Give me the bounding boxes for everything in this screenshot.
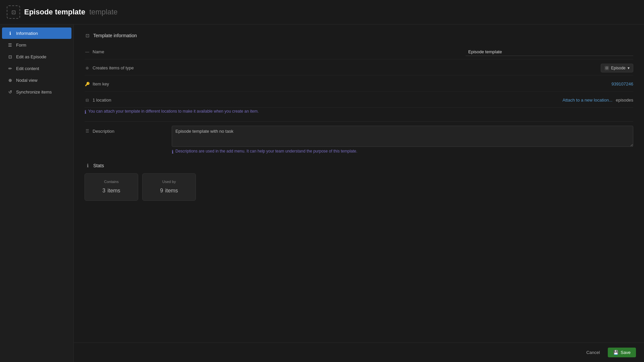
cancel-button[interactable]: Cancel — [582, 348, 604, 357]
sidebar-item-form[interactable]: ☰ Form — [2, 39, 71, 51]
page-subtitle: template — [89, 8, 117, 16]
contains-label: Contains — [93, 180, 130, 184]
sidebar-item-label: Nodal view — [16, 78, 38, 83]
name-input[interactable] — [466, 48, 633, 56]
episodes-badge: episodes — [616, 98, 633, 103]
divider — [85, 121, 633, 122]
name-row: — Name — [85, 45, 633, 59]
name-label: — Name — [85, 47, 172, 57]
save-label: Save — [621, 350, 631, 355]
creates-items-label: ⊕ Creates items of type — [85, 63, 172, 73]
used-by-label: Used by — [151, 180, 187, 184]
sidebar-item-label: Form — [16, 43, 26, 48]
nodal-view-icon: ⊕ — [7, 77, 13, 83]
stats-section-header: ℹ Stats — [85, 163, 633, 169]
description-info-text: Descriptions are used in the add menu. I… — [175, 149, 357, 154]
edit-content-icon: ✏ — [7, 66, 13, 71]
item-key-icon: 🔑 — [85, 81, 90, 87]
item-key-row: 🔑 Item key 939107246 — [85, 77, 633, 92]
sidebar-item-label: Edit content — [16, 66, 39, 71]
name-icon: — — [85, 49, 90, 55]
sync-icon: ↺ — [7, 89, 13, 95]
template-info-section-header: ⊡ Template information — [85, 33, 633, 39]
description-icon: ☰ — [85, 128, 90, 134]
location-value: Attach to a new location... episodes — [172, 95, 633, 105]
description-label: ☰ Description — [85, 126, 172, 136]
used-by-card: Used by 9 items — [142, 173, 196, 201]
used-by-value: 9 items — [151, 186, 187, 194]
info-tip-icon: ℹ — [85, 109, 86, 115]
edit-episode-icon: ⊡ — [7, 54, 13, 59]
stats-section-label: Stats — [93, 163, 104, 168]
description-info-tip: ℹ Descriptions are used in the add menu.… — [172, 149, 633, 155]
description-textarea[interactable] — [172, 126, 633, 147]
sidebar: ℹ Information ☰ Form ⊡ Edit as Episode ✏… — [0, 24, 74, 362]
description-row: ☰ Description — [85, 126, 633, 147]
sidebar-item-label: Synchronize items — [16, 89, 52, 95]
template-section-label: Template information — [93, 33, 137, 38]
creates-items-icon: ⊕ — [85, 65, 90, 71]
stats-cards: Contains 3 items Used by 9 items — [85, 173, 633, 201]
sidebar-item-label: Information — [16, 31, 38, 36]
episode-dropdown-icon: ⊡ — [604, 66, 609, 70]
stats-section-icon: ℹ — [85, 163, 91, 169]
location-label: ⊟ 1 location — [85, 95, 172, 106]
creates-items-row: ⊕ Creates items of type ⊡ Episode ▾ — [85, 61, 633, 75]
template-section-icon: ⊡ — [85, 33, 91, 39]
sidebar-item-label: Edit as Episode — [16, 54, 46, 59]
contains-value: 3 items — [93, 186, 130, 194]
footer: Cancel 💾 Save — [74, 343, 644, 362]
app-logo: ⊡ — [7, 5, 20, 19]
used-by-count: 9 — [160, 188, 163, 193]
sidebar-item-synchronize-items[interactable]: ↺ Synchronize items — [2, 86, 71, 98]
contains-unit: items — [107, 188, 120, 193]
location-info-tip: ℹ You can attach your template in differ… — [85, 109, 633, 117]
sidebar-item-edit-content[interactable]: ✏ Edit content — [2, 63, 71, 74]
creates-items-value: ⊡ Episode ▾ — [172, 61, 633, 75]
location-actions: Attach to a new location... episodes — [172, 98, 633, 103]
page-title: Episode template — [24, 8, 85, 16]
location-row: ⊟ 1 location Attach to a new location...… — [85, 93, 633, 108]
location-icon: ⊟ — [85, 98, 90, 103]
contains-card: Contains 3 items — [85, 173, 138, 201]
item-key-value: 939107246 — [172, 79, 633, 89]
episode-dropdown-label: Episode — [611, 66, 626, 70]
item-key-link[interactable]: 939107246 — [611, 81, 633, 86]
layout: ℹ Information ☰ Form ⊡ Edit as Episode ✏… — [0, 24, 644, 362]
sidebar-item-information[interactable]: ℹ Information — [2, 27, 71, 39]
sidebar-item-edit-as-episode[interactable]: ⊡ Edit as Episode — [2, 51, 71, 62]
chevron-down-icon: ▾ — [628, 66, 630, 70]
sidebar-item-nodal-view[interactable]: ⊕ Nodal view — [2, 74, 71, 86]
main-content: ⊡ Template information — Name ⊕ Creates … — [74, 24, 644, 362]
episode-type-dropdown[interactable]: ⊡ Episode ▾ — [601, 64, 633, 72]
form-icon: ☰ — [7, 42, 13, 48]
item-key-label: 🔑 Item key — [85, 79, 172, 89]
save-button[interactable]: 💾 Save — [608, 348, 636, 357]
stats-section: ℹ Stats Contains 3 items Used by 9 items — [85, 163, 633, 201]
desc-info-icon: ℹ — [172, 149, 173, 155]
contains-count: 3 — [102, 188, 105, 193]
header: ⊡ Episode template template — [0, 0, 644, 24]
information-icon: ℹ — [7, 31, 13, 36]
location-info-text: You can attach your template in differen… — [88, 109, 259, 114]
attach-location-link[interactable]: Attach to a new location... — [562, 98, 612, 103]
save-icon: 💾 — [613, 350, 619, 355]
used-by-unit: items — [165, 188, 178, 193]
name-value — [172, 45, 633, 59]
